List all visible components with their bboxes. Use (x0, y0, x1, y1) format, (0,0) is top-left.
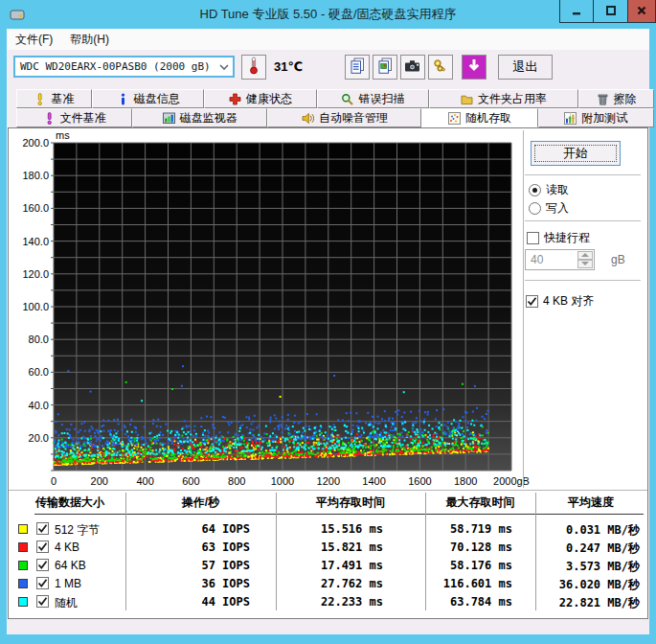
tab-row-1: 基准磁盘信息健康状态错误扫描文件夹占用率擦除 (16, 89, 654, 108)
options-button[interactable] (428, 55, 453, 80)
chevron-down-icon (215, 62, 233, 72)
write-radio[interactable]: 写入 (529, 200, 569, 217)
update-button[interactable] (462, 55, 486, 80)
avg-access-value: 27.762 ms (276, 577, 383, 590)
series-label: 512 字节 (55, 522, 100, 539)
tab-extra-tests[interactable]: 附加测试 (538, 108, 654, 127)
health-icon (229, 93, 241, 105)
tab-aam[interactable]: 自动噪音管理 (267, 108, 421, 127)
svg-text:100.0: 100.0 (22, 301, 49, 312)
extra-tests-icon (564, 112, 577, 125)
table-header: 传输数据大小 (14, 494, 125, 511)
radio-icon (529, 184, 541, 196)
svg-text:80.0: 80.0 (29, 334, 49, 345)
avg-access-value: 17.491 ms (276, 559, 383, 572)
maximize-icon (605, 3, 617, 20)
capacity-unit-label: gB (611, 253, 625, 266)
tab-random-access[interactable]: 随机存取 (421, 108, 537, 127)
svg-text:60.0: 60.0 (29, 366, 49, 378)
read-radio[interactable]: 读取 (529, 182, 569, 198)
tab-disk-info[interactable]: 磁盘信息 (92, 89, 204, 108)
menubar: 文件(F)帮助(H) (7, 29, 649, 50)
thermometer-icon (246, 56, 261, 80)
tab-folder-usage[interactable]: 文件夹占用率 (429, 89, 578, 108)
tab-label: 错误扫描 (358, 91, 404, 107)
series-checkbox[interactable] (36, 595, 49, 608)
max-access-value: 116.601 ms (411, 577, 512, 590)
disk-monitor-icon (163, 112, 175, 125)
svg-text:800: 800 (228, 475, 245, 487)
titlebar: HD Tune 专业版 5.50 - 硬盘/固态硬盘实用程序 (0, 0, 656, 29)
checkbox-checked-icon (526, 295, 538, 308)
avg-speed-value: 3.573 MB/秒 (521, 559, 640, 575)
maximize-button[interactable] (594, 0, 628, 23)
series-color-swatch (18, 579, 28, 588)
tab-benchmark[interactable]: 基准 (16, 89, 92, 108)
capacity-spinner[interactable] (577, 251, 593, 268)
read-radio-label: 读取 (546, 182, 569, 198)
svg-text:2000gB: 2000gB (493, 475, 530, 487)
tab-label: 磁盘监视器 (180, 110, 238, 126)
spinner-down-icon[interactable] (577, 260, 593, 268)
tab-label: 随机存取 (465, 110, 511, 126)
screenshot-button[interactable] (400, 55, 425, 80)
spinner-up-icon[interactable] (577, 251, 593, 260)
keys-icon (431, 58, 450, 78)
short-stroke-checkbox[interactable]: 快捷行程 (527, 230, 590, 246)
write-radio-label: 写入 (546, 200, 569, 217)
exit-button[interactable]: 退出 (498, 55, 553, 80)
svg-text:0: 0 (51, 475, 57, 487)
iops-value: 57 IOPS (133, 559, 250, 572)
temperature-button[interactable] (241, 55, 266, 80)
tab-label: 基准 (51, 91, 74, 107)
tab-label: 附加测试 (581, 110, 627, 126)
start-button[interactable]: 开始 (531, 141, 621, 166)
radio-icon (529, 202, 541, 215)
tab-label: 健康状态 (246, 91, 292, 107)
max-access-value: 58.719 ms (411, 522, 512, 536)
close-button[interactable] (628, 0, 656, 23)
align-checkbox[interactable]: 4 KB 对齐 (526, 293, 594, 310)
tab-label: 擦除 (614, 91, 637, 107)
tab-health[interactable]: 健康状态 (204, 89, 316, 108)
separator (525, 174, 641, 176)
tab-label: 自动噪音管理 (319, 110, 388, 126)
table-row: 512 字节64 IOPS15.516 ms58.719 ms0.031 MB/… (9, 520, 647, 539)
random-access-icon (448, 112, 461, 125)
main-panel: ms20.040.060.080.0100.0120.0140.0160.018… (8, 127, 648, 619)
error-scan-icon (341, 93, 353, 105)
close-icon (636, 3, 647, 20)
table-header: 最大存取时间 (425, 494, 535, 511)
tab-file-benchmark[interactable]: 文件基准 (16, 108, 132, 127)
aam-icon (302, 112, 314, 125)
svg-text:40.0: 40.0 (29, 400, 49, 411)
short-stroke-label: 快捷行程 (544, 230, 590, 246)
avg-access-value: 15.516 ms (276, 522, 383, 536)
benchmark-icon (34, 93, 46, 105)
drive-select[interactable]: WDC WD20EARX-00PASB0 (2000 gB) (13, 56, 235, 78)
tab-disk-monitor[interactable]: 磁盘监视器 (132, 108, 267, 127)
copy-text-button[interactable] (345, 55, 370, 80)
series-label: 1 MB (55, 577, 81, 590)
series-checkbox[interactable] (36, 522, 49, 535)
series-checkbox[interactable] (36, 540, 49, 553)
series-label: 4 KB (55, 540, 79, 554)
window-title: HD Tune 专业版 5.50 - 硬盘/固态硬盘实用程序 (0, 0, 656, 29)
series-checkbox[interactable] (36, 559, 49, 571)
tab-label: 文件基准 (60, 110, 106, 126)
app-window: HD Tune 专业版 5.50 - 硬盘/固态硬盘实用程序 文件(F)帮助(H… (0, 0, 656, 644)
panel-vertical-divider (523, 130, 524, 488)
minimize-button[interactable] (559, 0, 594, 23)
table-row: 1 MB36 IOPS27.762 ms116.601 ms36.020 MB/… (9, 575, 647, 593)
series-label: 随机 (55, 595, 78, 611)
table-header: 平均存取时间 (276, 494, 425, 511)
table-header: 平均速度 (535, 494, 646, 511)
copy-image-button[interactable] (373, 55, 397, 80)
svg-text:120.0: 120.0 (22, 268, 49, 280)
menu-item-0[interactable]: 文件(F) (7, 29, 61, 51)
camera-icon (403, 58, 422, 78)
menu-item-1[interactable]: 帮助(H) (61, 29, 118, 51)
tab-error-scan[interactable]: 错误扫描 (317, 89, 429, 108)
tab-erase[interactable]: 擦除 (578, 89, 654, 108)
series-checkbox[interactable] (36, 577, 49, 589)
